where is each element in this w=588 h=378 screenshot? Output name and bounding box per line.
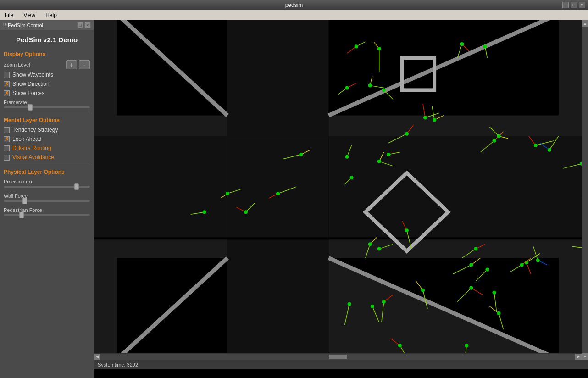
- precision-thumb[interactable]: [74, 183, 79, 190]
- svg-point-73: [534, 144, 538, 147]
- svg-point-119: [421, 289, 425, 292]
- precision-slider-container: Precision (h): [4, 178, 90, 189]
- wall-force-slider-container: Wall Force: [4, 192, 90, 203]
- svg-point-68: [244, 210, 248, 214]
- divider-2: [4, 165, 90, 165]
- control-content: PedSim v2.1 Demo Display Options Zoom Le…: [0, 30, 94, 378]
- minimize-button[interactable]: _: [562, 2, 569, 8]
- wall-force-thumb[interactable]: [22, 198, 27, 204]
- svg-point-139: [398, 344, 402, 347]
- close-button[interactable]: ×: [579, 2, 585, 8]
- divider-1: [4, 113, 90, 113]
- tendency-strategy-checkbox[interactable]: ✗: [4, 127, 10, 133]
- svg-point-129: [469, 286, 473, 290]
- svg-point-38: [382, 88, 386, 92]
- panel-close-button[interactable]: ×: [84, 22, 91, 28]
- svg-point-131: [492, 291, 496, 295]
- svg-point-51: [350, 176, 354, 179]
- look-ahead-label: Look Ahead: [12, 136, 41, 142]
- panel-title-text: PedSim Control: [8, 22, 43, 28]
- svg-point-28: [460, 42, 464, 46]
- simulation-canvas: ▲ ▼ ◀ ▶ Systemtime: 3292: [94, 20, 588, 369]
- show-forces-checkbox[interactable]: ✗: [4, 90, 10, 96]
- tendency-strategy-label: Tendency Strategy: [12, 127, 58, 133]
- app-title-text: pedsim: [285, 2, 303, 8]
- menu-help[interactable]: Help: [43, 11, 60, 19]
- svg-rect-1: [227, 20, 329, 136]
- viewport-scrollbar-right[interactable]: ▲ ▼: [582, 20, 588, 360]
- viewport-scrollbar-bottom[interactable]: ◀ ▶: [94, 353, 582, 360]
- svg-point-22: [355, 44, 358, 48]
- svg-rect-5: [227, 136, 329, 238]
- scroll-track-horizontal[interactable]: [100, 354, 575, 360]
- app-version-title: PedSim v2.1 Demo: [4, 34, 90, 45]
- svg-point-79: [492, 139, 496, 143]
- dijkstra-routing-label: Dijkstra Routing: [12, 145, 51, 151]
- show-waypoints-checkbox[interactable]: ✗: [4, 72, 10, 78]
- visual-avoidance-checkbox[interactable]: ✗: [4, 155, 10, 161]
- svg-rect-4: [328, 136, 582, 238]
- panel-float-button[interactable]: □: [77, 22, 83, 28]
- svg-point-33: [345, 86, 349, 89]
- pedestrian-force-label: Pedestrian Force: [4, 207, 90, 213]
- pedestrian-force-thumb[interactable]: [19, 212, 24, 218]
- panel-drag-handle: ⠿: [3, 22, 6, 28]
- scroll-thumb-horizontal[interactable]: [329, 355, 347, 359]
- svg-point-124: [371, 305, 374, 308]
- precision-track[interactable]: [4, 186, 90, 188]
- display-options-label: Display Options: [4, 51, 90, 57]
- scroll-right-arrow[interactable]: ▶: [575, 354, 582, 360]
- maximize-button[interactable]: □: [571, 2, 577, 8]
- show-direction-check-mark: ✗: [5, 81, 9, 87]
- svg-point-30: [483, 44, 487, 48]
- pedestrian-force-slider-container: Pedestrian Force: [4, 206, 90, 217]
- scroll-left-arrow[interactable]: ◀: [94, 354, 100, 360]
- show-forces-check-mark: ✗: [5, 90, 9, 96]
- look-ahead-check-mark: ✗: [5, 136, 9, 142]
- svg-point-76: [548, 148, 551, 152]
- menu-view[interactable]: View: [21, 11, 38, 19]
- show-direction-checkbox[interactable]: ✗: [4, 81, 10, 87]
- visual-avoidance-row: ✗ Visual Avoidance: [4, 154, 90, 161]
- dijkstra-routing-checkbox[interactable]: ✗: [4, 145, 10, 151]
- statusbar: Systemtime: 3292: [94, 360, 588, 369]
- svg-point-97: [368, 242, 372, 246]
- svg-rect-2: [227, 239, 329, 353]
- zoom-in-button[interactable]: +: [66, 60, 77, 69]
- framerate-slider-container: Framerate: [4, 99, 90, 109]
- svg-point-108: [536, 258, 540, 262]
- zoom-out-button[interactable]: -: [79, 60, 90, 69]
- svg-point-70: [203, 210, 206, 214]
- zoom-level-row: Zoom Level + -: [4, 60, 90, 69]
- scroll-down-arrow[interactable]: ▼: [582, 353, 588, 360]
- svg-point-56: [387, 153, 390, 156]
- framerate-thumb[interactable]: [28, 104, 33, 111]
- svg-point-62: [276, 192, 280, 195]
- svg-point-44: [433, 118, 436, 122]
- svg-point-134: [497, 311, 500, 315]
- look-ahead-row: ✗ Look Ahead: [4, 135, 90, 143]
- scroll-track-vertical[interactable]: [582, 27, 588, 353]
- svg-point-49: [345, 155, 349, 159]
- svg-point-47: [405, 132, 409, 136]
- pedestrian-force-track[interactable]: [4, 214, 90, 216]
- menu-file[interactable]: File: [2, 11, 16, 19]
- look-ahead-checkbox[interactable]: ✗: [4, 136, 10, 142]
- simulation-viewport[interactable]: ▲ ▼ ◀ ▶ Systemtime: 3292: [94, 20, 588, 378]
- show-direction-label: Show Direction: [12, 81, 50, 87]
- titlebar: pedsim _ □ ×: [0, 0, 588, 10]
- physical-layer-label: Physical Layer Options: [4, 169, 90, 175]
- control-panel: ⠿ PedSim Control □ × PedSim v2.1 Demo Di…: [0, 20, 94, 378]
- wall-force-label: Wall Force: [4, 193, 90, 199]
- mental-layer-label: Mental Layer Options: [4, 117, 90, 123]
- wall-force-track[interactable]: [4, 200, 90, 202]
- titlebar-controls: _ □ ×: [562, 2, 585, 8]
- svg-point-116: [485, 267, 489, 271]
- svg-point-82: [497, 134, 500, 138]
- svg-point-36: [368, 83, 372, 87]
- simulation-svg: [94, 20, 582, 353]
- svg-point-136: [465, 344, 468, 347]
- scroll-up-arrow[interactable]: ▲: [582, 20, 588, 27]
- framerate-track[interactable]: [4, 106, 90, 108]
- menubar: File View Help: [0, 10, 588, 20]
